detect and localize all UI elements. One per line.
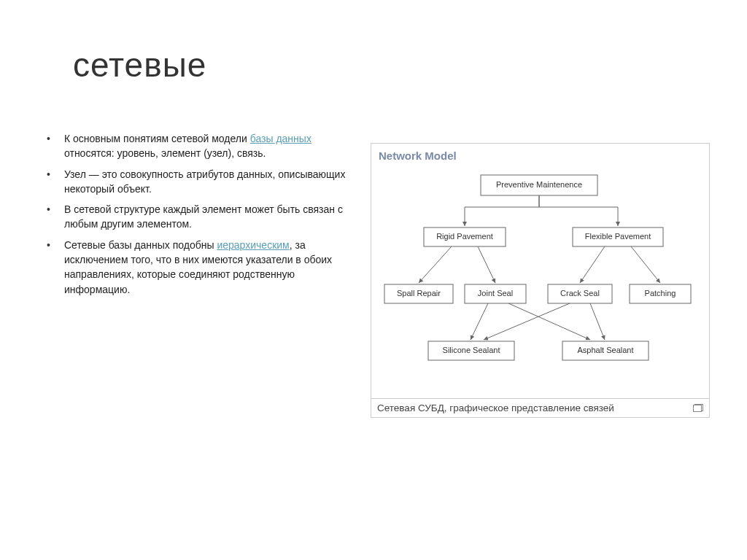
list-item: В сетевой структуре каждый элемент может… [35, 202, 349, 232]
svg-line-2 [580, 246, 605, 283]
svg-line-0 [419, 246, 452, 283]
bullet-text: В сетевой структуре каждый элемент может… [64, 203, 343, 230]
node-rigid-pavement-label: Rigid Pavement [436, 232, 493, 241]
bullet-text: Узел — это совокупность атрибутов данных… [64, 168, 345, 195]
list-item: К основным понятиям сетевой модели базы … [35, 131, 349, 161]
node-spall-repair-label: Spall Repair [397, 289, 441, 298]
svg-line-3 [631, 246, 660, 283]
bullet-text: К основным понятиям сетевой модели [64, 133, 250, 144]
diagram-heading: Network Model [379, 149, 702, 162]
figure-caption: Сетевая СУБД, графическое представление … [377, 402, 614, 413]
svg-line-5 [508, 303, 590, 340]
diagram-figure: Network Model Preventive Maintenence [371, 143, 710, 418]
diagram-area: Network Model Preventive Maintenence [371, 144, 709, 399]
link-hierarchical[interactable]: иерархическим [217, 239, 289, 251]
bullet-list: К основным понятиям сетевой модели базы … [35, 131, 349, 297]
network-model-diagram: Preventive Maintenence Rigid Pavement Fl… [379, 169, 700, 388]
node-patching-label: Patching [645, 289, 676, 298]
node-silicone-sealant-label: Silicone Sealant [443, 346, 500, 354]
slide-title: сетевые [73, 45, 206, 85]
node-flexible-pavement-label: Flexible Pavement [585, 232, 651, 241]
figure-caption-row: Сетевая СУБД, графическое представление … [371, 399, 709, 417]
node-root-label: Preventive Maintenence [496, 180, 582, 189]
svg-line-1 [478, 246, 495, 283]
bullet-text: относятся: уровень, элемент (узел), связ… [64, 147, 266, 159]
bullet-content: К основным понятиям сетевой модели базы … [35, 131, 349, 303]
svg-line-7 [590, 303, 605, 340]
svg-line-6 [484, 303, 570, 340]
node-crack-seal-label: Crack Seal [560, 289, 600, 298]
bullet-text: Сетевые базы данных подобны [64, 239, 217, 251]
link-database[interactable]: базы данных [250, 133, 311, 144]
svg-line-4 [471, 303, 488, 340]
enlarge-icon[interactable] [693, 404, 703, 412]
list-item: Сетевые базы данных подобны иерархически… [35, 238, 349, 297]
list-item: Узел — это совокупность атрибутов данных… [35, 167, 349, 197]
node-asphalt-sealant-label: Asphalt Sealant [577, 346, 633, 354]
node-joint-seal-label: Joint Seal [478, 289, 513, 298]
